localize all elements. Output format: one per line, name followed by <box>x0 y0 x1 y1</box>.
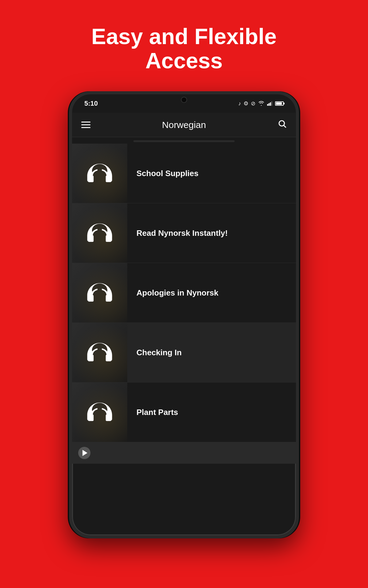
bottom-play-bar <box>72 442 296 464</box>
headphones-icon <box>86 160 113 187</box>
signal-bars-icon <box>267 101 273 106</box>
hamburger-line <box>81 127 90 128</box>
svg-rect-15 <box>106 415 111 421</box>
svg-point-4 <box>279 121 285 126</box>
hamburger-line <box>81 122 90 123</box>
headphones-icon <box>86 398 113 426</box>
play-icon <box>82 450 87 456</box>
item-thumbnail <box>72 144 127 203</box>
svg-rect-8 <box>88 236 94 242</box>
item-label: Apologies in Nynorsk <box>127 288 296 298</box>
svg-rect-1 <box>269 103 270 106</box>
item-thumbnail <box>72 383 127 442</box>
item-label: Read Nynorsk Instantly! <box>127 228 296 238</box>
status-time: 5:10 <box>84 100 98 107</box>
svg-rect-10 <box>88 295 94 302</box>
content-area: School Supplies Read Nynorsk Instantly! <box>72 137 296 464</box>
hamburger-menu-button[interactable] <box>81 122 90 128</box>
battery-icon <box>275 101 284 106</box>
headphones-icon <box>86 219 113 247</box>
item-thumbnail <box>72 323 127 382</box>
svg-rect-13 <box>106 355 111 362</box>
svg-rect-11 <box>106 295 111 302</box>
camera-notch <box>181 97 187 103</box>
hamburger-line <box>81 124 90 125</box>
list-item[interactable]: Read Nynorsk Instantly! <box>72 203 296 263</box>
music-note-icon: ♪ <box>238 100 241 107</box>
svg-rect-9 <box>106 236 111 242</box>
svg-rect-7 <box>106 176 111 183</box>
headline-line1: Easy and Flexible <box>91 24 277 49</box>
status-bar: 5:10 ♪ ⚙ ⊘ <box>72 94 296 113</box>
item-label: Checking In <box>127 348 296 357</box>
scroll-hint <box>133 140 235 142</box>
signal-icons: ♪ ⚙ ⊘ <box>238 100 284 107</box>
list-item[interactable]: Checking In <box>72 323 296 383</box>
phone-shell: 5:10 ♪ ⚙ ⊘ <box>69 91 299 538</box>
svg-rect-12 <box>88 355 94 362</box>
headline-line2: Access <box>145 48 223 73</box>
svg-rect-0 <box>267 104 268 106</box>
settings-icon: ⚙ <box>243 100 248 107</box>
wifi-icon <box>258 101 265 106</box>
list-item[interactable]: Plant Parts <box>72 383 296 442</box>
phone-mockup: 5:10 ♪ ⚙ ⊘ <box>69 91 299 538</box>
item-thumbnail <box>72 263 127 322</box>
play-button[interactable] <box>78 447 90 459</box>
app-title: Norwegian <box>162 120 206 130</box>
svg-rect-3 <box>271 101 273 106</box>
svg-rect-2 <box>270 103 271 106</box>
svg-rect-6 <box>88 176 94 183</box>
item-label: School Supplies <box>127 169 296 178</box>
side-button <box>297 186 299 211</box>
item-thumbnail <box>72 203 127 263</box>
svg-rect-14 <box>88 415 94 421</box>
list-item[interactable]: Apologies in Nynorsk <box>72 263 296 323</box>
headline: Easy and Flexible Access <box>61 24 307 73</box>
search-button[interactable] <box>278 119 287 130</box>
svg-line-5 <box>284 126 286 128</box>
list-item[interactable]: School Supplies <box>72 144 296 203</box>
app-bar: Norwegian <box>72 113 296 137</box>
no-disturb-icon: ⊘ <box>251 100 255 107</box>
item-label: Plant Parts <box>127 408 296 417</box>
headphones-icon <box>86 339 113 366</box>
headphones-icon <box>86 279 113 307</box>
